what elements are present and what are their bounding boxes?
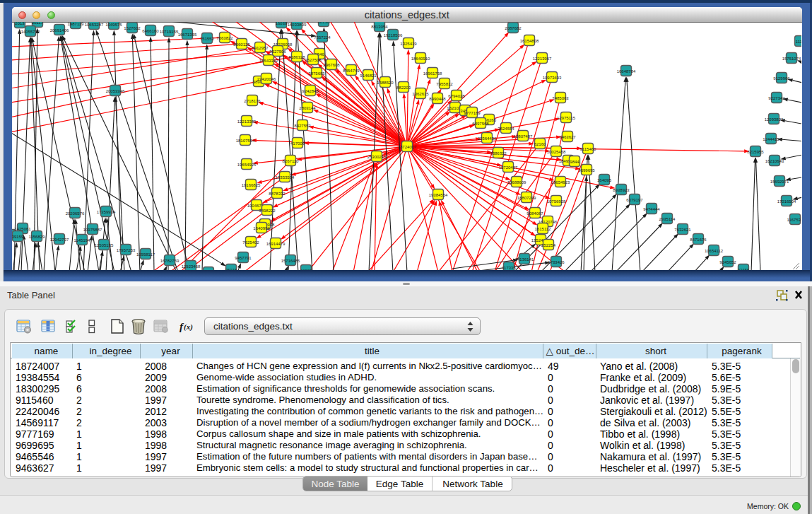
- svg-text:9115460: 9115460: [580, 147, 597, 151]
- svg-text:8912957: 8912957: [252, 46, 269, 50]
- svg-text:1527602: 1527602: [124, 26, 141, 30]
- svg-text:3498222: 3498222: [259, 209, 276, 213]
- svg-text:751552: 751552: [200, 37, 215, 41]
- svg-text:9527508: 9527508: [305, 58, 322, 62]
- svg-text:14055712: 14055712: [21, 30, 40, 34]
- svg-text:8454749: 8454749: [343, 69, 360, 73]
- svg-text:1244415: 1244415: [763, 137, 779, 141]
- svg-text:12505135: 12505135: [95, 243, 114, 247]
- svg-text:1112: 1112: [796, 40, 801, 44]
- svg-text:2935114: 2935114: [659, 217, 676, 221]
- svg-text:20364436: 20364436: [478, 136, 497, 141]
- svg-text:19166825: 19166825: [242, 183, 261, 187]
- svg-text:2803144: 2803144: [299, 106, 316, 110]
- svg-text:18807249: 18807249: [517, 196, 536, 200]
- svg-text:62160: 62160: [534, 142, 546, 146]
- svg-text:9129966: 9129966: [773, 76, 790, 81]
- svg-text:882203: 882203: [396, 86, 411, 90]
- svg-text:8878332: 8878332: [269, 192, 286, 196]
- svg-text:10958117: 10958117: [136, 252, 155, 257]
- svg-text:7485063: 7485063: [552, 96, 569, 100]
- svg-text:12213389: 12213389: [237, 119, 257, 124]
- svg-text:9084067: 9084067: [526, 211, 543, 216]
- svg-text:10688609: 10688609: [507, 180, 526, 185]
- svg-text:19384554: 19384554: [429, 193, 448, 197]
- svg-text:25300213: 25300213: [367, 155, 387, 159]
- svg-text:6794028: 6794028: [448, 94, 465, 98]
- svg-text:8186328: 8186328: [288, 55, 305, 59]
- svg-text:16961758: 16961758: [423, 71, 442, 76]
- svg-text:16782759: 16782759: [160, 259, 180, 263]
- svg-text:22420046: 22420046: [257, 77, 276, 81]
- svg-text:16671355: 16671355: [178, 33, 197, 37]
- svg-text:1362615: 1362615: [412, 92, 429, 96]
- svg-text:15692971: 15692971: [770, 180, 789, 184]
- svg-text:10975887: 10975887: [83, 228, 102, 232]
- svg-text:8267110: 8267110: [283, 159, 300, 163]
- svg-text:16543342: 16543342: [259, 59, 278, 63]
- svg-text:16154808: 16154808: [520, 39, 539, 43]
- svg-text:88130: 88130: [318, 22, 330, 24]
- svg-text:1145194: 1145194: [74, 238, 91, 243]
- svg-text:9146821: 9146821: [360, 74, 377, 78]
- svg-text:2718176: 2718176: [244, 99, 261, 103]
- svg-text:9527506: 9527506: [269, 49, 286, 54]
- svg-text:1425061: 1425061: [14, 227, 31, 231]
- svg-text:19654923: 19654923: [551, 180, 570, 185]
- svg-text:2013: 2013: [15, 22, 25, 25]
- svg-text:9474444: 9474444: [643, 207, 660, 211]
- svg-text:9844: 9844: [570, 160, 579, 164]
- svg-text:10756928: 10756928: [547, 199, 566, 204]
- svg-text:7386322: 7386322: [490, 151, 507, 156]
- svg-text:12975115: 12975115: [557, 116, 576, 120]
- svg-text:1987119: 1987119: [68, 22, 85, 26]
- svg-text:10719155: 10719155: [160, 30, 179, 34]
- svg-text:1733426: 1733426: [548, 260, 565, 264]
- svg-text:7357224: 7357224: [314, 35, 331, 40]
- svg-text:2967608: 2967608: [323, 63, 340, 67]
- svg-text:(x): (x): [184, 322, 193, 332]
- svg-text:8938923: 8938923: [613, 188, 630, 192]
- svg-text:7663822: 7663822: [216, 36, 233, 40]
- svg-text:8427552: 8427552: [294, 124, 311, 128]
- svg-text:16914479: 16914479: [266, 242, 286, 246]
- svg-text:19654925: 19654925: [237, 163, 257, 167]
- svg-text:10654112: 10654112: [705, 249, 724, 253]
- svg-text:117335: 117335: [502, 266, 516, 270]
- svg-text:2087682: 2087682: [505, 26, 522, 30]
- svg-text:10653287: 10653287: [85, 23, 104, 27]
- svg-text:7632621: 7632621: [674, 228, 691, 232]
- svg-text:9699695: 9699695: [578, 168, 595, 173]
- svg-text:1588520: 1588520: [377, 81, 394, 85]
- svg-text:1049575: 1049575: [105, 23, 122, 27]
- svg-text:6379197: 6379197: [626, 198, 643, 202]
- svg-text:10807487: 10807487: [514, 134, 533, 139]
- svg-text:16039: 16039: [276, 22, 288, 25]
- svg-text:12923468: 12923468: [182, 264, 201, 269]
- svg-text:1640994: 1640994: [253, 226, 270, 230]
- svg-text:6466160: 6466160: [142, 29, 159, 33]
- svg-text:3624554: 3624554: [498, 127, 514, 131]
- svg-text:17016504: 17016504: [777, 199, 796, 204]
- svg-text:17957253: 17957253: [117, 248, 136, 252]
- svg-text:17359934: 17359934: [97, 210, 116, 214]
- svg-text:9245652: 9245652: [719, 260, 736, 264]
- svg-text:3875685: 3875685: [308, 71, 325, 76]
- svg-text:9457791: 9457791: [235, 256, 252, 260]
- svg-text:10025458: 10025458: [547, 150, 566, 154]
- svg-text:9242848: 9242848: [302, 89, 319, 93]
- svg-text:8990448: 8990448: [429, 97, 446, 101]
- svg-text:252254: 252254: [541, 243, 556, 247]
- svg-text:1167531: 1167531: [787, 218, 801, 222]
- svg-text:16210643: 16210643: [765, 159, 784, 163]
- svg-text:1615112: 1615112: [535, 227, 552, 231]
- svg-text:164095: 164095: [597, 178, 612, 182]
- svg-text:10973493: 10973493: [543, 76, 562, 80]
- svg-text:6497568: 6497568: [472, 122, 489, 126]
- svg-text:20117: 20117: [32, 22, 44, 25]
- svg-text:16033809: 16033809: [288, 23, 307, 27]
- svg-text:12942737: 12942737: [50, 238, 69, 242]
- svg-text:12093822: 12093822: [765, 117, 784, 122]
- svg-text:13353594: 13353594: [276, 175, 295, 180]
- svg-text:8813054: 8813054: [371, 25, 388, 29]
